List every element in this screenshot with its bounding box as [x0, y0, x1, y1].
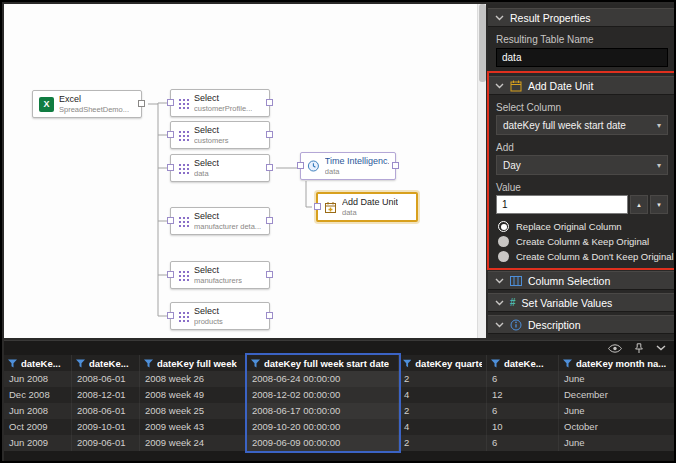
input-port[interactable] [167, 99, 174, 106]
table-cell: Jun 2009 [4, 435, 72, 451]
table-cell: 6 [487, 435, 559, 451]
output-port[interactable] [266, 312, 273, 319]
table-cell: October [559, 419, 676, 435]
output-port[interactable] [266, 131, 273, 138]
node-title: Time Intelligenc... [325, 156, 389, 167]
diagram-node-select[interactable]: Select manufacturers [170, 261, 270, 289]
column-header[interactable]: dateKey month na... [559, 355, 676, 371]
select-column-label: Select Column [496, 102, 668, 113]
add-label: Add [496, 142, 668, 153]
chevron-down-icon[interactable] [656, 345, 666, 351]
column-label: dateKey quarter [415, 358, 482, 369]
output-port[interactable] [266, 217, 273, 224]
table-cell: 2008-06-01 [72, 403, 140, 419]
input-port[interactable] [297, 162, 304, 169]
resulting-table-name-input[interactable] [496, 48, 668, 67]
filter-icon [8, 359, 17, 368]
radio-label: Create Column & Don't Keep Original [516, 251, 674, 262]
input-port[interactable] [167, 271, 174, 278]
table-row[interactable]: Jun 20082008-06-012008 week 262008-06-24… [4, 371, 676, 387]
filter-icon [76, 359, 85, 368]
table-row[interactable]: Dec 20082008-12-012008 week 492008-12-02… [4, 387, 676, 403]
table-cell: 2 [399, 435, 487, 451]
table-cell: 2008-06-17 00:00:00 [247, 403, 399, 419]
diagram-node-add-date-unit[interactable]: Add Date Unit data [316, 192, 418, 222]
spinner-up-icon[interactable]: ▲ [630, 195, 648, 214]
input-port[interactable] [314, 203, 321, 210]
section-header-description[interactable]: Description [488, 315, 676, 334]
column-header[interactable]: dateKey quarter [399, 355, 487, 371]
column-label: dateKe... [504, 358, 544, 369]
input-port[interactable] [167, 164, 174, 171]
table-cell: 2008 week 25 [140, 403, 247, 419]
table-cell: June [559, 403, 676, 419]
table-cell: 2009-10-20 00:00:00 [247, 419, 399, 435]
radio-option[interactable]: Replace Original Column [498, 221, 666, 232]
diagram-node-select[interactable]: Select manufacturer deta... [170, 207, 270, 235]
info-icon [510, 319, 522, 331]
diagram-node-select[interactable]: Select products [170, 302, 270, 330]
node-subtitle: data [325, 167, 389, 176]
section-header-result-properties[interactable]: Result Properties [488, 8, 676, 27]
table-icon [177, 310, 189, 322]
radio-button[interactable] [498, 236, 509, 247]
column-header[interactable]: dateKey full week [140, 355, 247, 371]
diagram-canvas[interactable]: X Excel SpreadSheetDemo... Time Intellig… [4, 4, 486, 338]
table-row[interactable]: Jun 20092009-06-012009 week 242009-06-09… [4, 435, 676, 451]
output-port[interactable] [266, 164, 273, 171]
section-title: Column Selection [528, 275, 610, 287]
input-port[interactable] [167, 217, 174, 224]
value-label: Value [496, 182, 668, 193]
radio-label: Replace Original Column [516, 221, 622, 232]
chevron-down-icon [495, 83, 504, 89]
output-port[interactable] [138, 100, 145, 107]
table-cell: 4 [399, 387, 487, 403]
input-port[interactable] [167, 131, 174, 138]
radio-option[interactable]: Create Column & Keep Original [498, 236, 666, 247]
column-header[interactable]: dateKe... [4, 355, 72, 371]
node-subtitle: products [194, 317, 223, 326]
table-cell: 2008-06-24 00:00:00 [247, 371, 399, 387]
table-cell: 2008-12-02 00:00:00 [247, 387, 399, 403]
column-header[interactable]: dateKe... [72, 355, 140, 371]
radio-button[interactable] [498, 221, 509, 232]
select-column-dropdown[interactable]: dateKey full week start date ▾ [496, 115, 668, 135]
output-port[interactable] [266, 99, 273, 106]
diagram-node-time-intelligence[interactable]: Time Intelligenc... data [300, 152, 396, 180]
properties-panel: Result Properties Resulting Table Name A… [488, 4, 676, 338]
input-port[interactable] [167, 312, 174, 319]
section-header-column-selection[interactable]: Column Selection [488, 271, 676, 290]
grid-toolbar [4, 341, 676, 355]
column-header[interactable]: dateKey full week start date [247, 355, 399, 371]
canvas-vertical-scrollbar[interactable] [477, 4, 486, 338]
add-unit-dropdown[interactable]: Day ▾ [496, 155, 668, 175]
section-header-set-variable-values[interactable]: # Set Variable Values [488, 293, 676, 312]
eye-icon[interactable] [608, 344, 622, 353]
radio-button[interactable] [498, 251, 509, 262]
node-title: Add Date Unit [342, 197, 398, 208]
table-icon [177, 269, 189, 281]
scrollbar-thumb[interactable] [479, 4, 486, 82]
diagram-node-select[interactable]: Select customerProfile... [170, 89, 270, 117]
table-row[interactable]: Oct 20092009-10-012009 week 432009-10-20… [4, 419, 676, 435]
table-row[interactable]: Jun 20082008-06-012008 week 252008-06-17… [4, 403, 676, 419]
table-cell: 6 [487, 403, 559, 419]
diagram-node-select[interactable]: Select customers [170, 121, 270, 149]
table-cell: 6 [487, 371, 559, 387]
node-title: Select [194, 306, 223, 317]
column-header[interactable]: dateKe... [487, 355, 559, 371]
spinner-down-icon[interactable]: ▼ [650, 195, 668, 214]
chevron-down-icon: ▾ [657, 161, 661, 170]
column-label: dateKey full week start date [264, 358, 389, 369]
table-cell: 2008-12-01 [72, 387, 140, 403]
output-port[interactable] [392, 162, 399, 169]
value-input[interactable] [496, 195, 628, 214]
diagram-node-excel-source[interactable]: X Excel SpreadSheetDemo... [32, 90, 142, 118]
radio-option[interactable]: Create Column & Don't Keep Original [498, 251, 666, 262]
table-cell: 2008 week 26 [140, 371, 247, 387]
diagram-node-select[interactable]: Select data [170, 154, 270, 182]
section-title: Result Properties [510, 12, 591, 24]
output-port[interactable] [266, 271, 273, 278]
pin-icon[interactable] [634, 343, 644, 354]
section-header-add-date-unit[interactable]: Add Date Unit [488, 76, 676, 95]
